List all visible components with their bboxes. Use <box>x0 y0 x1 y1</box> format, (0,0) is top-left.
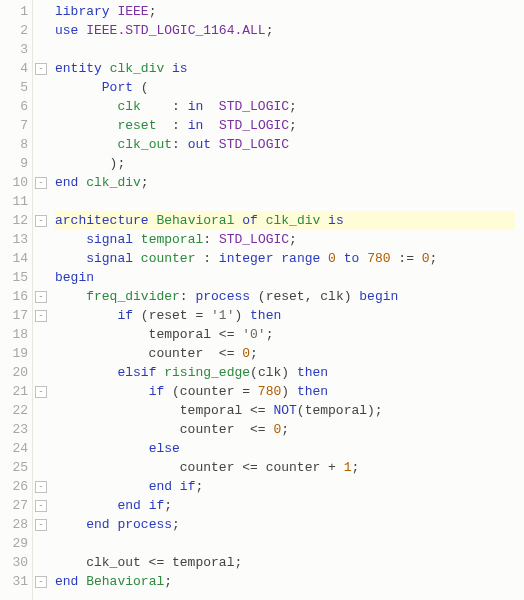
token-kw: to <box>344 251 360 266</box>
fold-marker[interactable]: - <box>33 59 49 78</box>
fold-marker[interactable]: - <box>33 477 49 496</box>
token-kw: elsif <box>117 365 156 380</box>
fold-toggle-icon[interactable]: - <box>35 310 47 322</box>
code-line[interactable]: elsif rising_edge(clk) then <box>55 363 515 382</box>
token-plain <box>55 441 149 456</box>
token-kw: end <box>55 175 78 190</box>
token-plain: ) <box>234 308 250 323</box>
line-number: 28 <box>0 515 28 534</box>
fold-toggle-icon[interactable]: - <box>35 386 47 398</box>
code-line[interactable]: clk_out <= temporal; <box>55 553 515 572</box>
token-plain: ; <box>289 99 297 114</box>
code-line[interactable]: end Behavioral; <box>55 572 515 591</box>
fold-marker[interactable]: - <box>33 496 49 515</box>
token-plain <box>172 479 180 494</box>
code-line[interactable]: use IEEE.STD_LOGIC_1164.ALL; <box>55 21 515 40</box>
fold-marker[interactable]: - <box>33 173 49 192</box>
fold-toggle-icon[interactable]: - <box>35 519 47 531</box>
token-plain <box>258 213 266 228</box>
code-line[interactable]: clk : in STD_LOGIC; <box>55 97 515 116</box>
token-ident: clk <box>117 99 140 114</box>
line-number: 30 <box>0 553 28 572</box>
token-plain: ; <box>289 118 297 133</box>
code-line[interactable]: end process; <box>55 515 515 534</box>
token-type: STD_LOGIC <box>219 118 289 133</box>
line-number: 18 <box>0 325 28 344</box>
code-line[interactable]: end clk_div; <box>55 173 515 192</box>
fold-marker <box>33 154 49 173</box>
code-line[interactable]: end if; <box>55 477 515 496</box>
token-kw: out <box>188 137 211 152</box>
fold-toggle-icon[interactable]: - <box>35 215 47 227</box>
token-plain <box>211 137 219 152</box>
code-line[interactable]: freq_divider: process (reset, clk) begin <box>55 287 515 306</box>
token-kw: if <box>117 308 133 323</box>
token-plain <box>164 61 172 76</box>
fold-marker <box>33 40 49 59</box>
token-plain <box>55 365 117 380</box>
fold-toggle-icon[interactable]: - <box>35 63 47 75</box>
token-plain <box>55 137 117 152</box>
token-kw: if <box>180 479 196 494</box>
fold-marker[interactable]: - <box>33 572 49 591</box>
code-line[interactable]: counter <= counter + 1; <box>55 458 515 477</box>
code-line[interactable]: signal counter : integer range 0 to 780 … <box>55 249 515 268</box>
line-number: 1 <box>0 2 28 21</box>
token-plain: ; <box>141 175 149 190</box>
fold-marker[interactable]: - <box>33 287 49 306</box>
code-line[interactable] <box>55 534 515 553</box>
fold-marker <box>33 192 49 211</box>
code-line[interactable]: reset : in STD_LOGIC; <box>55 116 515 135</box>
code-line[interactable]: architecture Behavioral of clk_div is <box>55 211 515 230</box>
fold-marker[interactable]: - <box>33 211 49 230</box>
code-line[interactable]: temporal <= NOT(temporal); <box>55 401 515 420</box>
line-number: 5 <box>0 78 28 97</box>
fold-marker <box>33 420 49 439</box>
code-line[interactable]: entity clk_div is <box>55 59 515 78</box>
fold-toggle-icon[interactable]: - <box>35 177 47 189</box>
token-kw: integer <box>219 251 274 266</box>
fold-toggle-icon[interactable]: - <box>35 481 47 493</box>
code-line[interactable]: clk_out: out STD_LOGIC <box>55 135 515 154</box>
token-plain: ); <box>55 156 125 171</box>
code-line[interactable]: counter <= 0; <box>55 420 515 439</box>
code-line[interactable]: else <box>55 439 515 458</box>
code-line[interactable]: signal temporal: STD_LOGIC; <box>55 230 515 249</box>
token-kw: end <box>55 574 78 589</box>
code-line[interactable]: Port ( <box>55 78 515 97</box>
fold-marker[interactable]: - <box>33 306 49 325</box>
token-plain: ; <box>195 479 203 494</box>
fold-marker <box>33 534 49 553</box>
token-plain: ; <box>281 422 289 437</box>
token-plain <box>55 308 117 323</box>
code-area[interactable]: library IEEE;use IEEE.STD_LOGIC_1164.ALL… <box>49 0 515 600</box>
fold-toggle-icon[interactable]: - <box>35 576 47 588</box>
fold-marker <box>33 2 49 21</box>
fold-toggle-icon[interactable]: - <box>35 500 47 512</box>
fold-marker <box>33 249 49 268</box>
code-line[interactable]: library IEEE; <box>55 2 515 21</box>
token-kw: entity <box>55 61 102 76</box>
code-line[interactable]: if (reset = '1') then <box>55 306 515 325</box>
token-ident: clk_div <box>86 175 141 190</box>
token-plain <box>133 251 141 266</box>
code-line[interactable]: begin <box>55 268 515 287</box>
token-type: STD_LOGIC <box>219 232 289 247</box>
token-kw: signal <box>86 251 133 266</box>
code-line[interactable]: ); <box>55 154 515 173</box>
token-kw: in <box>188 118 204 133</box>
fold-toggle-icon[interactable]: - <box>35 291 47 303</box>
token-plain: : <box>141 99 188 114</box>
fold-marker <box>33 230 49 249</box>
fold-gutter: ---------- <box>33 0 49 600</box>
fold-marker[interactable]: - <box>33 382 49 401</box>
code-line[interactable] <box>55 40 515 59</box>
line-number: 31 <box>0 572 28 591</box>
code-line[interactable]: counter <= 0; <box>55 344 515 363</box>
code-line[interactable]: end if; <box>55 496 515 515</box>
code-line[interactable]: if (counter = 780) then <box>55 382 515 401</box>
code-line[interactable]: temporal <= '0'; <box>55 325 515 344</box>
token-ident: rising_edge <box>164 365 250 380</box>
fold-marker[interactable]: - <box>33 515 49 534</box>
code-line[interactable] <box>55 192 515 211</box>
